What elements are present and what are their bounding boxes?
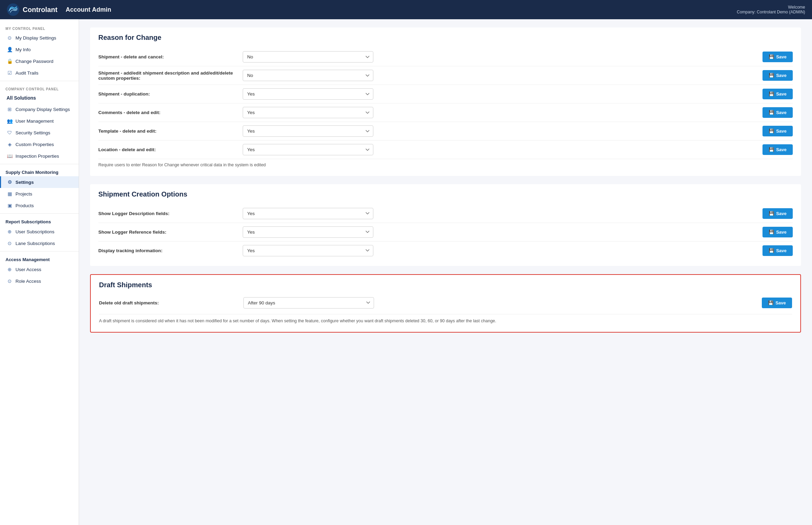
draft-shipments-helper: A draft shipment is considered old when … [99, 314, 792, 326]
sidebar-item-products[interactable]: ▣ Products [0, 200, 79, 211]
save-icon-3: 💾 [769, 91, 774, 97]
sidebar-item-my-info[interactable]: 👤 My Info [0, 44, 79, 55]
setting-control-location: NoYes [243, 144, 758, 155]
setting-label-shipment-description: Shipment - add/edit shipment description… [98, 70, 243, 81]
sidebar-item-security-settings[interactable]: 🛡 Security Settings [0, 127, 79, 138]
reason-for-change-title: Reason for Change [98, 34, 793, 42]
reason-for-change-helper: Require users to enter Reason for Change… [98, 159, 793, 170]
save-button-tracking[interactable]: 💾 Save [762, 245, 793, 256]
my-info-icon: 👤 [7, 46, 13, 53]
save-button-shipment-description[interactable]: 💾 Save [762, 70, 793, 81]
save-button-location[interactable]: 💾 Save [762, 144, 793, 155]
sidebar-item-role-access[interactable]: ⊙ Role Access [0, 275, 79, 287]
sidebar-item-user-management[interactable]: 👥 User Management [0, 115, 79, 127]
company-control-panel-label: COMPANY CONTROL PANEL [0, 83, 79, 92]
setting-label-tracking: Display tracking information: [98, 248, 243, 253]
setting-action-comments: 💾 Save [758, 107, 793, 118]
setting-control-template: NoYes [243, 125, 758, 137]
select-comments[interactable]: NoYes [243, 107, 373, 118]
save-icon-8: 💾 [769, 230, 774, 235]
setting-action-template: 💾 Save [758, 126, 793, 136]
save-icon-5: 💾 [769, 129, 774, 134]
change-password-icon: 🔒 [7, 58, 13, 64]
select-logger-reference[interactable]: NoYes [243, 226, 373, 238]
sidebar-item-lane-subscriptions[interactable]: ⊙ Lane Subscriptions [0, 237, 79, 249]
save-button-comments[interactable]: 💾 Save [762, 107, 793, 118]
select-location[interactable]: NoYes [243, 144, 373, 155]
sidebar-item-user-subscriptions[interactable]: ⊕ User Subscriptions [0, 226, 79, 237]
draft-shipments-section: Draft Shipments Delete old draft shipmen… [90, 274, 801, 333]
sidebar-label-products: Products [15, 203, 34, 208]
sidebar-label-projects: Projects [15, 191, 32, 197]
save-button-shipment-duplication[interactable]: 💾 Save [762, 89, 793, 99]
projects-icon: ▦ [7, 191, 13, 197]
sidebar-label-audit-trails: Audit Trails [15, 70, 39, 76]
sidebar-item-user-access[interactable]: ⊕ User Access [0, 264, 79, 275]
setting-action-shipment-delete: 💾 Save [758, 52, 793, 62]
sidebar: MY CONTROL PANEL ⊙ My Display Settings 👤… [0, 19, 79, 525]
setting-label-logger-description: Show Logger Description fields: [98, 211, 243, 216]
setting-label-draft-delete: Delete old draft shipments: [99, 300, 243, 305]
sidebar-item-inspection-properties[interactable]: 📖 Inspection Properties [0, 150, 79, 162]
sidebar-item-my-display-settings[interactable]: ⊙ My Display Settings [0, 32, 79, 44]
setting-action-logger-description: 💾 Save [758, 208, 793, 219]
setting-action-shipment-duplication: 💾 Save [758, 89, 793, 99]
select-shipment-description[interactable]: NoYes [243, 70, 373, 81]
save-button-logger-description[interactable]: 💾 Save [762, 208, 793, 219]
display-settings-icon: ⊙ [7, 35, 13, 41]
save-button-shipment-delete[interactable]: 💾 Save [762, 52, 793, 62]
setting-row-location: Location - delete and edit: NoYes 💾 Save [98, 141, 793, 159]
save-icon-1: 💾 [769, 54, 774, 59]
role-access-icon: ⊙ [7, 278, 13, 284]
user-access-icon: ⊕ [7, 266, 13, 272]
sidebar-item-custom-properties[interactable]: ◈ Custom Properties [0, 138, 79, 150]
sidebar-item-change-password[interactable]: 🔒 Change Password [0, 55, 79, 67]
setting-label-template: Template - delete and edit: [98, 129, 243, 134]
sidebar-label-security-settings: Security Settings [15, 130, 50, 135]
user-management-icon: 👥 [7, 118, 13, 124]
shipment-creation-section: Shipment Creation Options Show Logger De… [90, 184, 801, 266]
logo-icon [7, 3, 19, 16]
sidebar-item-audit-trails[interactable]: ☑ Audit Trails [0, 67, 79, 79]
sidebar-label-company-display-settings: Company Display Settings [15, 107, 70, 112]
save-button-template[interactable]: 💾 Save [762, 126, 793, 136]
header-left: Controlant Account Admin [7, 3, 111, 16]
select-shipment-delete[interactable]: NoYes [243, 51, 373, 63]
setting-control-tracking: NoYes [243, 245, 758, 256]
sidebar-label-inspection-properties: Inspection Properties [15, 154, 59, 159]
sidebar-divider-4 [0, 251, 79, 252]
save-button-logger-reference[interactable]: 💾 Save [762, 227, 793, 237]
select-shipment-duplication[interactable]: NoYes [243, 88, 373, 100]
access-management-label: Access Management [0, 254, 79, 264]
inspection-properties-icon: 📖 [7, 153, 13, 159]
header-right: Welcome Company: Controlant Demo (ADMIN) [737, 5, 805, 14]
sidebar-item-projects[interactable]: ▦ Projects [0, 188, 79, 200]
logo: Controlant [7, 3, 57, 16]
setting-control-comments: NoYes [243, 107, 758, 118]
setting-label-location: Location - delete and edit: [98, 147, 243, 152]
setting-control-draft-delete: Never After 30 days After 60 days After … [243, 297, 758, 309]
sidebar-label-change-password: Change Password [15, 59, 53, 64]
setting-control-shipment-duplication: NoYes [243, 88, 758, 100]
sidebar-label-custom-properties: Custom Properties [15, 142, 54, 147]
custom-properties-icon: ◈ [7, 141, 13, 147]
company-display-icon: ⊞ [7, 106, 13, 112]
select-template[interactable]: NoYes [243, 125, 373, 137]
sidebar-item-all-solutions[interactable]: All Solutions [0, 92, 79, 103]
select-logger-description[interactable]: NoYes [243, 208, 373, 219]
header-title: Account Admin [66, 6, 111, 13]
sidebar-item-settings[interactable]: ⚙ Settings [0, 176, 79, 188]
products-icon: ▣ [7, 202, 13, 209]
sidebar-label-user-access: User Access [15, 267, 41, 272]
sidebar-item-company-display-settings[interactable]: ⊞ Company Display Settings [0, 103, 79, 115]
setting-action-shipment-description: 💾 Save [758, 70, 793, 81]
sidebar-label-my-info: My Info [15, 47, 31, 52]
setting-action-draft-delete: 💾 Save [758, 298, 792, 308]
save-button-draft-delete[interactable]: 💾 Save [762, 298, 792, 308]
settings-icon: ⚙ [7, 179, 13, 185]
select-draft-delete[interactable]: Never After 30 days After 60 days After … [243, 297, 374, 309]
main-content: Reason for Change Shipment - delete and … [79, 19, 812, 525]
sidebar-label-role-access: Role Access [15, 279, 41, 284]
save-icon-2: 💾 [769, 73, 774, 78]
select-tracking[interactable]: NoYes [243, 245, 373, 256]
